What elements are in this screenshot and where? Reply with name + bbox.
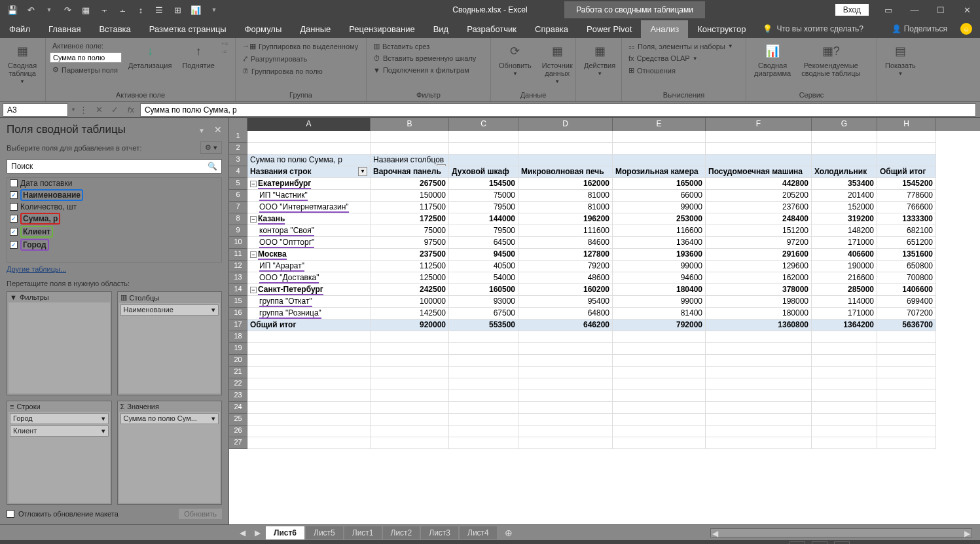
cell[interactable]: 129600 (706, 261, 812, 272)
table-row[interactable]: 24 (229, 402, 980, 414)
cell[interactable]: контора "Своя" (247, 225, 371, 237)
cell[interactable]: ООО "Доставка" (247, 272, 371, 284)
cell[interactable] (706, 154, 812, 166)
pivot-table-button[interactable]: ▦Сводная таблица▼ (4, 41, 41, 86)
cell[interactable] (812, 343, 877, 355)
table-row[interactable]: 21 (229, 367, 980, 378)
cell[interactable] (371, 331, 449, 343)
cell[interactable]: ИП "Арарат" (247, 261, 371, 272)
cell[interactable] (371, 426, 449, 437)
cell[interactable] (449, 131, 518, 143)
cell[interactable] (247, 426, 371, 437)
cell[interactable] (613, 378, 706, 390)
qat-more[interactable]: ▼ (207, 3, 221, 17)
cell[interactable] (812, 414, 877, 426)
cell[interactable] (449, 414, 518, 426)
table-row[interactable]: 7ООО "Интернетмагазин"117500795008100099… (229, 202, 980, 213)
col-C[interactable]: C (449, 118, 518, 131)
cell[interactable]: 406600 (812, 249, 877, 261)
cell[interactable]: 97500 (371, 237, 449, 249)
pane-gear-button[interactable]: ⚙ ▾ (200, 141, 222, 154)
cell[interactable]: 700800 (877, 272, 936, 284)
insert-timeline-button[interactable]: ⏱Вставить временную шкалу (371, 53, 479, 63)
cell[interactable]: 1545200 (877, 178, 936, 190)
tab-layout[interactable]: Разметка страницы (140, 20, 236, 38)
tab-design[interactable]: Конструктор (688, 20, 755, 38)
cell[interactable] (371, 355, 449, 367)
pivot-chart-button[interactable]: 📊Сводная диаграмма (750, 41, 795, 79)
cell[interactable]: 111600 (518, 225, 613, 237)
undo-dropdown[interactable]: ▼ (42, 3, 56, 17)
cell[interactable] (706, 131, 812, 143)
cell[interactable]: 319200 (812, 213, 877, 225)
cell[interactable] (877, 131, 936, 143)
show-button[interactable]: ▤Показать▼ (881, 41, 920, 78)
col-H[interactable]: H (877, 118, 936, 131)
cell[interactable] (518, 378, 613, 390)
cell[interactable]: 136400 (613, 237, 706, 249)
page-break-icon[interactable]: ⊞ (834, 541, 850, 544)
cell[interactable] (877, 143, 936, 154)
col-D[interactable]: D (518, 118, 613, 131)
cell[interactable]: 150000 (371, 190, 449, 202)
cell[interactable]: 97200 (706, 237, 812, 249)
cell[interactable] (371, 343, 449, 355)
cell[interactable]: 707200 (877, 308, 936, 319)
qat-btn-1[interactable]: ▦ (79, 3, 93, 17)
cell[interactable]: 253000 (613, 213, 706, 225)
data-source-button[interactable]: ▦Источник данных▼ (538, 41, 577, 86)
group-selection-button[interactable]: →▦Группировка по выделенному (240, 41, 361, 52)
cell[interactable] (371, 414, 449, 426)
maximize-icon[interactable]: ☐ (928, 0, 954, 20)
cell[interactable] (518, 355, 613, 367)
tab-powerpivot[interactable]: Power Pivot (577, 20, 641, 38)
cell[interactable]: 99000 (613, 261, 706, 272)
cell[interactable] (247, 378, 371, 390)
cell[interactable]: 237500 (371, 249, 449, 261)
cell[interactable]: 81000 (518, 202, 613, 213)
cell[interactable]: 75000 (371, 225, 449, 237)
cell[interactable] (518, 343, 613, 355)
cell[interactable] (371, 402, 449, 414)
filter-connections-button[interactable]: ▼Подключения к фильтрам (371, 65, 479, 75)
cell[interactable] (371, 390, 449, 402)
cell[interactable] (449, 143, 518, 154)
cell[interactable]: ИП "Частник" (247, 190, 371, 202)
cell[interactable]: 442800 (706, 178, 812, 190)
cell[interactable]: 165000 (613, 178, 706, 190)
tab-help[interactable]: Справка (526, 20, 577, 38)
cell[interactable]: 190000 (812, 261, 877, 272)
field-client[interactable]: Клиент (7, 225, 221, 238)
cell[interactable] (812, 154, 877, 166)
cell[interactable] (247, 355, 371, 367)
cell[interactable] (706, 390, 812, 402)
table-row[interactable]: 6ИП "Частник"150000750008100066000205200… (229, 190, 980, 202)
cell[interactable]: группа "Откат" (247, 296, 371, 308)
cell[interactable] (449, 355, 518, 367)
cell[interactable]: 285000 (812, 284, 877, 296)
cell[interactable] (877, 390, 936, 402)
cell[interactable]: 75000 (449, 190, 518, 202)
qat-btn-6[interactable]: ⊞ (170, 3, 185, 17)
close-icon[interactable]: ✕ (954, 0, 980, 20)
cell[interactable] (812, 390, 877, 402)
cell[interactable]: 171000 (812, 237, 877, 249)
cell[interactable]: 95400 (518, 296, 613, 308)
cell[interactable] (247, 343, 371, 355)
table-row[interactable]: 26 (229, 426, 980, 437)
cell[interactable] (518, 331, 613, 343)
field-list[interactable]: Дата поставки Наименование Количество, ш… (7, 177, 222, 263)
cell[interactable]: Общий итог (877, 166, 936, 178)
sheet-tab-4[interactable]: Лист2 (383, 526, 420, 539)
tab-data[interactable]: Данные (291, 20, 340, 38)
cell[interactable]: Микроволновая печь (518, 166, 613, 178)
cell[interactable]: 144000 (449, 213, 518, 225)
cell[interactable] (613, 143, 706, 154)
cell[interactable]: 778600 (877, 190, 936, 202)
cell[interactable]: 1351600 (877, 249, 936, 261)
update-button[interactable]: Обновить (179, 509, 222, 519)
sheet-tab-6[interactable]: Лист4 (460, 526, 497, 539)
cell[interactable]: 99000 (613, 296, 706, 308)
table-row[interactable]: 1 (229, 131, 980, 143)
cell[interactable]: 112500 (371, 261, 449, 272)
